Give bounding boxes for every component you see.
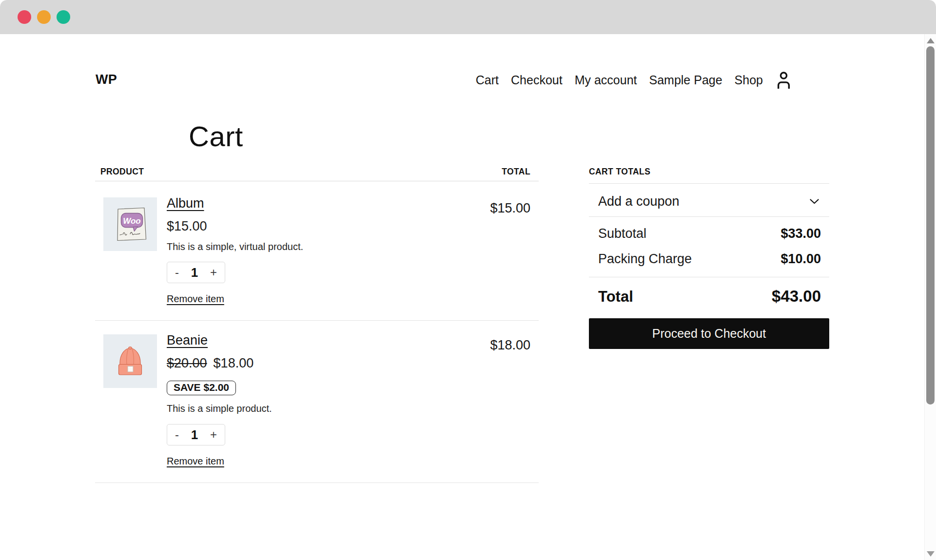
page-title: Cart [189, 120, 243, 153]
product-info: Beanie $20.00 $18.00 SAVE $2.00 This is … [167, 334, 470, 467]
cart-items-table: PRODUCT TOTAL Woo Alb [95, 167, 539, 483]
remove-item-link[interactable]: Remove item [167, 293, 224, 305]
table-header-row: PRODUCT TOTAL [95, 167, 539, 181]
scrollbar[interactable] [924, 34, 936, 560]
nav-item-shop[interactable]: Shop [735, 73, 763, 87]
product-link-beanie[interactable]: Beanie [167, 333, 208, 348]
zoom-button[interactable] [57, 10, 70, 24]
packing-charge-label: Packing Charge [598, 251, 692, 267]
nav-item-my-account[interactable]: My account [575, 73, 637, 87]
person-icon[interactable] [776, 72, 791, 89]
add-coupon-label: Add a coupon [598, 194, 680, 209]
scrollbar-thumb[interactable] [926, 46, 935, 405]
close-button[interactable] [18, 10, 31, 24]
remove-item-link[interactable]: Remove item [167, 456, 224, 467]
product-description: This is a simple, virtual product. [167, 241, 303, 252]
decrease-quantity-button[interactable]: - [175, 267, 179, 278]
chevron-down-icon [809, 198, 819, 205]
increase-quantity-button[interactable]: + [210, 429, 217, 441]
product-price: $15.00 [167, 219, 207, 234]
site-logo[interactable]: WP [96, 72, 117, 87]
cart-item-row-album: Woo Album $15.00 This is a simple, virtu… [95, 181, 539, 321]
scroll-down-arrow-icon[interactable] [927, 551, 935, 557]
nav-item-sample-page[interactable]: Sample Page [649, 73, 722, 87]
quantity-input[interactable]: 1 [191, 265, 198, 280]
total-value: $43.00 [772, 287, 821, 306]
product-sale-price: $18.00 [214, 356, 254, 371]
product-original-price: $20.00 [167, 356, 207, 371]
line-total: $18.00 [470, 338, 539, 467]
nav-item-cart[interactable]: Cart [476, 73, 499, 87]
cart-item-row-beanie: Beanie $20.00 $18.00 SAVE $2.00 This is … [95, 321, 539, 483]
primary-nav: Cart Checkout My account Sample Page Sho… [476, 70, 791, 90]
product-link-album[interactable]: Album [167, 196, 204, 211]
increase-quantity-button[interactable]: + [210, 267, 217, 278]
add-coupon-toggle[interactable]: Add a coupon [589, 184, 829, 217]
traffic-lights [18, 10, 70, 24]
page-content: WP Cart Checkout My account Sample Page … [0, 34, 924, 560]
subtotal-label: Subtotal [598, 226, 646, 241]
line-total: $15.00 [470, 201, 539, 305]
proceed-to-checkout-button[interactable]: Proceed to Checkout [589, 318, 829, 349]
beanie-product-image[interactable] [103, 334, 157, 388]
grand-total-row: Total $43.00 [589, 277, 829, 306]
decrease-quantity-button[interactable]: - [175, 429, 179, 441]
subtotal-row: Subtotal $33.00 [589, 226, 829, 241]
window-titlebar [0, 0, 936, 34]
column-header-total: TOTAL [502, 167, 530, 177]
product-description: This is a simple product. [167, 403, 272, 414]
packing-charge-value: $10.00 [780, 251, 821, 267]
quantity-stepper-beanie: - 1 + [167, 424, 225, 445]
cart-totals-heading: CART TOTALS [589, 167, 829, 184]
svg-text:Woo: Woo [123, 216, 141, 226]
product-info: Album $15.00 This is a simple, virtual p… [167, 197, 470, 305]
browser-window: WP Cart Checkout My account Sample Page … [0, 0, 936, 560]
packing-charge-row: Packing Charge $10.00 [589, 251, 829, 267]
quantity-stepper-album: - 1 + [167, 262, 225, 283]
minimize-button[interactable] [37, 10, 51, 24]
scroll-up-arrow-icon[interactable] [927, 38, 935, 43]
subtotal-value: $33.00 [780, 226, 821, 241]
nav-item-checkout[interactable]: Checkout [511, 73, 563, 87]
column-header-product: PRODUCT [100, 167, 144, 177]
album-product-image[interactable]: Woo [103, 197, 157, 251]
quantity-input[interactable]: 1 [191, 427, 198, 443]
save-badge: SAVE $2.00 [167, 381, 236, 395]
cart-totals-panel: CART TOTALS Add a coupon Subtotal $33.00… [589, 167, 829, 349]
total-label: Total [598, 288, 633, 306]
